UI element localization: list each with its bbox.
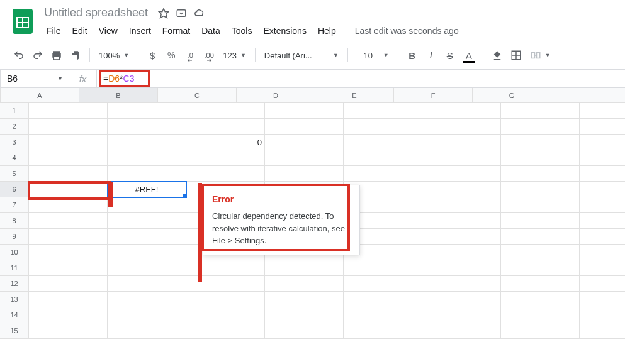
name-box[interactable]: B6 ▼ (0, 70, 69, 87)
cell-extra-13[interactable] (580, 292, 625, 307)
cell-C15[interactable] (186, 323, 265, 339)
cell-A13[interactable] (29, 292, 108, 307)
row-header-13[interactable]: 13 (0, 292, 29, 307)
cell-E5[interactable] (344, 166, 422, 182)
cell-B2[interactable] (108, 119, 186, 135)
cell-extra-7[interactable] (580, 197, 625, 213)
cell-B11[interactable] (108, 260, 186, 276)
format-percent-button[interactable]: % (162, 47, 180, 64)
cell-G8[interactable] (501, 213, 580, 229)
cell-A3[interactable] (29, 135, 108, 150)
cell-F15[interactable] (422, 323, 501, 339)
cell-G1[interactable] (501, 103, 580, 119)
cell-F3[interactable] (422, 135, 501, 150)
cell-B9[interactable] (108, 229, 186, 245)
cell-A4[interactable] (29, 150, 108, 166)
last-edit-link[interactable]: Last edit was seconds ago (355, 26, 459, 36)
menu-help[interactable]: Help (313, 23, 341, 38)
cell-E4[interactable] (344, 150, 422, 166)
cell-G11[interactable] (501, 260, 580, 276)
cell-B14[interactable] (108, 307, 186, 323)
cell-E15[interactable] (344, 323, 422, 339)
cell-B7[interactable] (108, 197, 186, 213)
menu-edit[interactable]: Edit (67, 23, 93, 38)
cell-D4[interactable] (265, 150, 344, 166)
column-header-D[interactable]: D (237, 88, 315, 102)
star-icon[interactable] (158, 8, 169, 19)
cell-extra-9[interactable] (580, 229, 625, 245)
format-currency-button[interactable]: $ (144, 47, 161, 64)
menu-file[interactable]: File (42, 23, 66, 38)
cell-A1[interactable] (29, 103, 108, 119)
cell-A9[interactable] (29, 229, 108, 245)
cell-A12[interactable] (29, 276, 108, 292)
cell-extra-3[interactable] (580, 135, 625, 150)
cell-B6[interactable]: #REF! (108, 182, 186, 197)
decrease-decimal-button[interactable]: .0 (181, 47, 199, 64)
cell-E2[interactable] (344, 119, 422, 135)
move-icon[interactable] (176, 8, 187, 19)
cell-A2[interactable] (29, 119, 108, 135)
paint-format-button[interactable] (67, 47, 84, 64)
cell-F8[interactable] (422, 213, 501, 229)
cell-B8[interactable] (108, 213, 186, 229)
cell-F10[interactable] (422, 245, 501, 260)
document-title[interactable]: Untitled spreadsheet (42, 5, 150, 21)
cell-D13[interactable] (265, 292, 344, 307)
cell-F1[interactable] (422, 103, 501, 119)
cell-B5[interactable] (108, 166, 186, 182)
cell-C5[interactable] (186, 166, 265, 182)
cell-B3[interactable] (108, 135, 186, 150)
cell-D11[interactable] (265, 260, 344, 276)
cell-C1[interactable] (186, 103, 265, 119)
cell-F2[interactable] (422, 119, 501, 135)
column-header-F[interactable]: F (394, 88, 473, 102)
sheets-logo[interactable] (10, 5, 35, 38)
menu-insert[interactable]: Insert (124, 23, 156, 38)
font-size-select[interactable]: 10▼ (353, 47, 393, 64)
menu-view[interactable]: View (94, 23, 123, 38)
cell-A6[interactable] (29, 182, 108, 197)
column-header-B[interactable]: B (79, 88, 158, 102)
cell-G13[interactable] (501, 292, 580, 307)
cell-G4[interactable] (501, 150, 580, 166)
text-color-button[interactable]: A (460, 47, 478, 64)
cell-extra-11[interactable] (580, 260, 625, 276)
cell-C3[interactable]: 0 (186, 135, 265, 150)
cell-A8[interactable] (29, 213, 108, 229)
cell-G15[interactable] (501, 323, 580, 339)
cell-B13[interactable] (108, 292, 186, 307)
cell-C2[interactable] (186, 119, 265, 135)
cell-extra-5[interactable] (580, 166, 625, 182)
row-header-7[interactable]: 7 (0, 197, 29, 213)
cell-B12[interactable] (108, 276, 186, 292)
cell-F14[interactable] (422, 307, 501, 323)
cell-G14[interactable] (501, 307, 580, 323)
row-header-9[interactable]: 9 (0, 229, 29, 245)
cell-F12[interactable] (422, 276, 501, 292)
cell-D1[interactable] (265, 103, 344, 119)
cell-A5[interactable] (29, 166, 108, 182)
cell-F5[interactable] (422, 166, 501, 182)
cell-G2[interactable] (501, 119, 580, 135)
cell-extra-1[interactable] (580, 103, 625, 119)
cell-E1[interactable] (344, 103, 422, 119)
cell-G12[interactable] (501, 276, 580, 292)
cell-F9[interactable] (422, 229, 501, 245)
print-button[interactable] (48, 47, 65, 64)
cell-extra-10[interactable] (580, 245, 625, 260)
row-header-8[interactable]: 8 (0, 213, 29, 229)
cell-F13[interactable] (422, 292, 501, 307)
cell-extra-12[interactable] (580, 276, 625, 292)
bold-button[interactable]: B (403, 47, 421, 64)
strikethrough-button[interactable]: S (441, 47, 459, 64)
cell-D5[interactable] (265, 166, 344, 182)
row-header-2[interactable]: 2 (0, 119, 29, 135)
cell-D2[interactable] (265, 119, 344, 135)
font-family-select[interactable]: Default (Ari...▼ (261, 47, 342, 64)
cell-extra-15[interactable] (580, 323, 625, 339)
cell-extra-4[interactable] (580, 150, 625, 166)
row-header-11[interactable]: 11 (0, 260, 29, 276)
cell-extra-2[interactable] (580, 119, 625, 135)
italic-button[interactable]: I (422, 47, 440, 64)
